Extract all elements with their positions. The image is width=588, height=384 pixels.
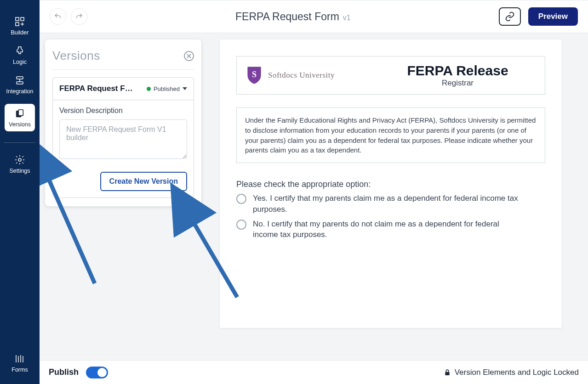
question-block: Please check the appropriate option: Yes…	[236, 180, 545, 240]
svg-rect-2	[16, 23, 19, 26]
form-title-text: FERPA Release	[380, 63, 536, 79]
description-textarea[interactable]	[59, 119, 187, 159]
svg-text:S: S	[252, 70, 257, 79]
page-title: FERPA Request Form v1	[95, 11, 491, 23]
publish-toggle[interactable]	[86, 367, 108, 378]
form-header: S Softdocs University FERPA Release Regi…	[236, 56, 545, 95]
redo-button[interactable]	[71, 8, 87, 25]
undo-icon	[54, 12, 62, 21]
question-label: Please check the appropriate option:	[236, 180, 545, 189]
lock-status-text: Version Elements and Logic Locked	[455, 368, 579, 377]
preview-button[interactable]: Preview	[528, 7, 578, 26]
brand-name: Softdocs University	[268, 71, 335, 80]
create-version-button[interactable]: Create New Version	[100, 172, 187, 191]
radio-option-yes[interactable]: Yes. I certify that my parents claim me …	[236, 193, 545, 215]
status-dot-icon	[147, 87, 151, 91]
chevron-down-icon	[183, 87, 187, 90]
undo-button[interactable]	[50, 8, 66, 25]
sidebar-item-forms[interactable]: Forms	[0, 348, 40, 378]
current-version-name: FERPA Request For…	[59, 84, 137, 93]
lock-status: Version Elements and Logic Locked	[444, 368, 579, 377]
undo-redo-group	[50, 8, 87, 25]
sidebar-item-label: Builder	[11, 29, 29, 36]
sidebar: Builder Logic Integration	[0, 0, 40, 384]
sidebar-item-label: Forms	[11, 367, 28, 373]
form-title: FERPA Request Form	[235, 11, 339, 23]
versions-heading: Versions	[52, 49, 100, 63]
gear-icon	[14, 154, 26, 166]
sidebar-item-label: Logic	[13, 59, 27, 65]
workspace: Versions FERPA Request For… Published	[40, 33, 588, 360]
svg-rect-1	[21, 17, 24, 21]
description-label: Version Description	[59, 107, 187, 115]
share-link-button[interactable]	[499, 7, 521, 26]
logic-icon	[14, 45, 26, 57]
radio-icon[interactable]	[236, 194, 246, 204]
radio-icon[interactable]	[236, 220, 246, 230]
builder-icon	[14, 16, 26, 28]
sidebar-divider	[4, 142, 36, 143]
app-root: Builder Logic Integration	[0, 0, 588, 384]
svg-rect-5	[17, 77, 23, 79]
topbar: FERPA Request Form v1 Preview	[40, 0, 588, 33]
sidebar-item-settings[interactable]: Settings	[0, 149, 40, 179]
svg-rect-9	[18, 110, 23, 116]
versions-panel: Versions FERPA Request For… Published	[45, 40, 201, 206]
svg-rect-0	[16, 17, 19, 21]
brand-block: S Softdocs University	[246, 66, 371, 85]
status-badge: Published	[147, 85, 187, 92]
main-area: FERPA Request Form v1 Preview Versions	[40, 0, 588, 384]
info-box: Under the Family Educational Rights and …	[236, 107, 545, 163]
forms-icon	[14, 353, 26, 365]
redo-icon	[75, 12, 83, 21]
current-version-row[interactable]: FERPA Request For… Published	[53, 78, 194, 100]
sidebar-item-builder[interactable]: Builder	[0, 11, 40, 40]
sidebar-item-label: Settings	[9, 168, 30, 174]
link-icon	[505, 11, 515, 22]
radio-label: Yes. I certify that my parents claim me …	[253, 193, 519, 215]
sidebar-item-label: Versions	[9, 121, 31, 128]
close-icon	[187, 54, 191, 58]
footer-bar: Publish Version Elements and Logic Locke…	[40, 360, 588, 384]
sidebar-item-logic[interactable]: Logic	[0, 40, 40, 70]
versions-icon	[14, 107, 26, 119]
publish-label: Publish	[49, 367, 79, 377]
toggle-knob	[97, 368, 107, 377]
sidebar-item-integration[interactable]: Integration	[0, 70, 40, 99]
sidebar-item-label: Integration	[6, 88, 33, 95]
svg-rect-16	[445, 372, 449, 375]
radio-label: No. I certify that my parents do not cla…	[253, 219, 519, 241]
radio-option-no[interactable]: No. I certify that my parents do not cla…	[236, 219, 545, 241]
status-label: Published	[154, 85, 180, 92]
integration-icon	[14, 74, 26, 86]
svg-rect-6	[17, 82, 23, 84]
brand-logo-icon: S	[246, 66, 263, 85]
form-version: v1	[343, 14, 351, 22]
versions-close-button[interactable]	[184, 51, 194, 61]
svg-point-10	[18, 158, 21, 161]
form-subtitle: Registrar	[380, 79, 536, 88]
form-preview-card: S Softdocs University FERPA Release Regi…	[220, 40, 562, 328]
lock-icon	[444, 369, 451, 376]
sidebar-item-versions[interactable]: Versions	[0, 99, 40, 136]
